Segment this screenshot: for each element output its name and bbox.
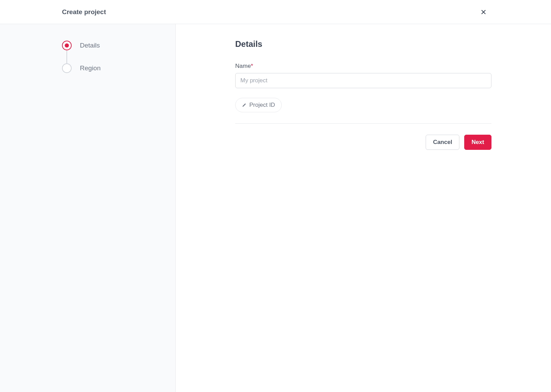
step-indicator-inactive xyxy=(62,63,72,73)
pencil-icon xyxy=(242,103,247,107)
steps-list: Details Region xyxy=(62,41,113,73)
step-indicator-active xyxy=(62,41,72,50)
name-input[interactable] xyxy=(235,73,491,88)
step-connector xyxy=(66,50,67,63)
project-id-label: Project ID xyxy=(249,102,275,109)
cancel-button[interactable]: Cancel xyxy=(426,135,459,150)
steps-sidebar: Details Region xyxy=(0,24,176,392)
step-region[interactable]: Region xyxy=(62,63,113,73)
section-title: Details xyxy=(235,39,491,49)
close-icon xyxy=(481,9,486,15)
name-field-group: Name* xyxy=(235,63,491,88)
step-details[interactable]: Details xyxy=(62,41,113,50)
modal-title: Create project xyxy=(62,8,106,16)
modal-body: Details Region Details Name* Projec xyxy=(0,24,551,392)
form-container: Details Name* Project ID Cancel Next xyxy=(235,39,491,377)
required-asterisk: * xyxy=(251,63,253,69)
next-button[interactable]: Next xyxy=(464,135,491,150)
name-label-text: Name xyxy=(235,63,251,69)
close-button[interactable] xyxy=(478,7,489,18)
form-actions: Cancel Next xyxy=(235,135,491,150)
step-label: Region xyxy=(80,64,101,72)
project-id-button[interactable]: Project ID xyxy=(235,98,282,112)
modal-header: Create project xyxy=(0,0,551,24)
step-label: Details xyxy=(80,42,100,49)
name-field-label: Name* xyxy=(235,63,491,70)
main-content: Details Name* Project ID Cancel Next xyxy=(176,24,551,392)
section-divider xyxy=(235,123,491,124)
